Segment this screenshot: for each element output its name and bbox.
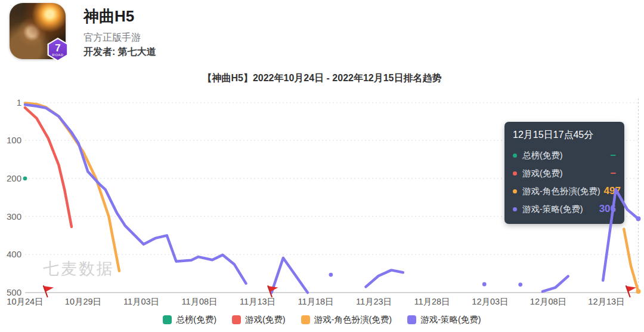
legend-swatch-icon [301, 315, 310, 324]
series-dot-icon [513, 207, 517, 211]
tooltip-row-value: 306 [599, 203, 616, 215]
legend-item-celue[interactable]: 游戏-策略(免费) [407, 314, 481, 325]
tooltip-row-value: – [611, 149, 616, 161]
tooltip-row-youxi: 游戏(免费) – [513, 164, 616, 182]
legend-item-juesebanyan[interactable]: 游戏-角色扮演(免费) [301, 314, 392, 325]
svg-text:11月23日: 11月23日 [356, 297, 392, 306]
legend-label: 游戏-策略(免费) [420, 314, 481, 325]
legend-swatch-icon [163, 315, 172, 324]
series-dot-icon [513, 189, 517, 193]
svg-text:11月18日: 11月18日 [298, 297, 333, 306]
legend-swatch-icon [407, 315, 416, 324]
legend-label: 游戏-角色扮演(免费) [314, 314, 392, 325]
svg-text:11月08日: 11月08日 [181, 297, 217, 306]
svg-text:100: 100 [7, 135, 21, 145]
svg-text:10月29日: 10月29日 [65, 297, 101, 306]
series-dot-icon [513, 153, 517, 158]
svg-text:12月13日: 12月13日 [588, 297, 624, 306]
legend-label: 总榜(免费) [176, 314, 216, 325]
chart-tooltip: 12月15日17点45分 总榜(免费) – 游戏(免费) – 游戏-角色扮演(免… [504, 122, 624, 224]
svg-text:400: 400 [7, 249, 21, 259]
svg-text:12月08日: 12月08日 [530, 297, 566, 306]
svg-text:500: 500 [7, 287, 21, 297]
chart-legend: 总榜(免费) 游戏(免费) 游戏-角色扮演(免费) 游戏-策略(免费) [0, 314, 644, 325]
tooltip-row-value: 497 [604, 185, 621, 197]
page: 7 ROAD 神曲H5 官方正版手游 开发者: 第七大道 【神曲H5】2022年… [0, 0, 644, 332]
svg-text:12月03日: 12月03日 [472, 297, 508, 306]
svg-text:1: 1 [17, 97, 21, 107]
legend-item-zongbang[interactable]: 总榜(免费) [163, 314, 216, 325]
svg-text:11月13日: 11月13日 [240, 297, 275, 306]
svg-text:200: 200 [7, 173, 21, 183]
legend-item-youxi[interactable]: 游戏(免费) [232, 314, 286, 325]
legend-swatch-icon [232, 315, 241, 324]
svg-text:300: 300 [7, 211, 21, 222]
svg-text:10月24日: 10月24日 [7, 297, 43, 306]
tooltip-timestamp: 12月15日17点45分 [513, 129, 616, 142]
tooltip-row-label: 游戏-策略(免费) [522, 204, 596, 215]
tooltip-row-celue: 游戏-策略(免费) 306 [513, 200, 616, 218]
tooltip-row-juesebanyan: 游戏-角色扮演(免费) 497 [513, 182, 616, 200]
series-dot-icon [513, 171, 517, 176]
svg-text:11月28日: 11月28日 [414, 297, 450, 306]
tooltip-row-value: – [611, 167, 616, 179]
legend-label: 游戏(免费) [245, 314, 286, 325]
tooltip-row-label: 游戏(免费) [522, 168, 607, 179]
tooltip-row-label: 总榜(免费) [522, 150, 607, 161]
tooltip-row-zongbang: 总榜(免费) – [513, 146, 616, 164]
tooltip-row-label: 游戏-角色扮演(免费) [522, 186, 600, 197]
svg-text:11月03日: 11月03日 [123, 297, 159, 306]
